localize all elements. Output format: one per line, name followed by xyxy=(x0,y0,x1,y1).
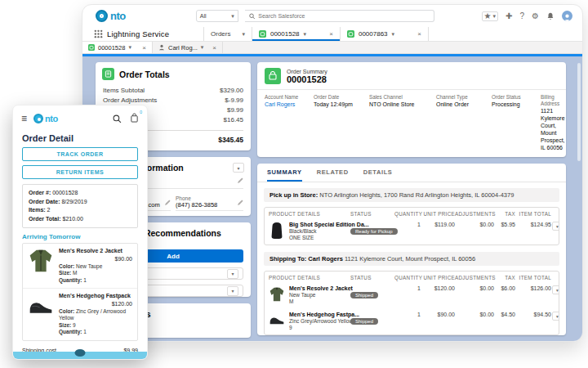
row-actions-button[interactable]: ▾ xyxy=(552,312,559,321)
nto-logo: nto xyxy=(96,10,126,22)
shipping-group-header: Shipping To: Carl Rogers 1121 Kylemore C… xyxy=(264,252,559,266)
order-record-icon xyxy=(259,30,266,38)
chevron-down-icon: ▾ xyxy=(227,286,238,296)
highlights-fields: Account NameCarl Rogers Order DateToday … xyxy=(257,90,566,157)
help-icon[interactable]: ? xyxy=(519,12,524,20)
account-link[interactable]: Carl Rogers xyxy=(265,101,309,108)
field-account-name: Account NameCarl Rogers xyxy=(265,94,309,151)
setup-gear-icon[interactable]: ⚙ xyxy=(532,12,539,20)
totals-row: Items Subtotal$329.00 xyxy=(103,86,243,96)
subtab-contact[interactable]: Carl Rog... ▾ × xyxy=(153,42,223,53)
order-totals-icon xyxy=(102,68,114,80)
row-actions-button[interactable]: ▾ xyxy=(552,285,559,294)
navigation-bar: Lightning Service Orders ▾ 00001528 ▾ × … xyxy=(82,27,582,42)
mobile-header: ≡ nto 0 xyxy=(13,105,147,130)
chevron-down-icon: ▾ xyxy=(392,31,395,38)
status-badge: Ready for Pickup xyxy=(350,228,398,235)
order-summary-highlights: Order Summary 00001528 Account NameCarl … xyxy=(257,62,566,157)
table-header: PRODUCT DETAILSSTATUS QUANTITY UNIT PRIC… xyxy=(265,208,559,218)
table-header: PRODUCT DETAILSSTATUS QUANTITY UNIT PRIC… xyxy=(265,272,559,282)
field-billing-address: Billing Address1121 Kylemore Court, Moun… xyxy=(541,94,565,151)
close-tab-icon[interactable]: × xyxy=(417,30,421,38)
object-tab-orders[interactable]: Orders ▾ xyxy=(203,27,252,41)
pickup-products-table: PRODUCT DETAILSSTATUS QUANTITY UNIT PRIC… xyxy=(264,207,559,245)
status-badge: Shipped xyxy=(350,292,378,298)
order-summary-icon xyxy=(265,68,281,84)
right-column: Order Summary 00001528 Account NameCarl … xyxy=(257,62,566,342)
chevron-down-icon: ▾ xyxy=(128,44,131,51)
table-row: Men's Hedgehog Fastpa... Zinc Grey/Arrow… xyxy=(265,308,559,334)
mobile-footer-bar xyxy=(13,352,147,359)
field-channel-type: Channel TypeOnline Order xyxy=(436,94,487,151)
subtab-order-summary[interactable]: 00001528 ▾ × xyxy=(82,42,153,53)
tab-details[interactable]: DETAILS xyxy=(363,168,393,182)
app-launcher-waffle-icon[interactable] xyxy=(94,29,103,38)
tab-related[interactable]: RELATED xyxy=(317,168,349,182)
chevron-down-icon: ▾ xyxy=(201,44,204,51)
workspace-tab-order[interactable]: 00001528 ▾ × xyxy=(252,27,341,41)
order-record-icon xyxy=(347,30,354,38)
nto-logo-icon xyxy=(33,114,43,123)
add-icon[interactable]: ✚ xyxy=(506,12,512,20)
product-image-backpack xyxy=(269,222,285,240)
arriving-tomorrow-label: Arriving Tomorrow xyxy=(22,233,138,240)
footer-notch xyxy=(75,349,86,357)
notifications-bell-icon[interactable] xyxy=(546,12,555,20)
shipping-products-table: PRODUCT DETAILSSTATUS QUANTITY UNIT PRIC… xyxy=(264,271,559,335)
edit-pencil-icon[interactable] xyxy=(238,172,243,186)
status-badge: Shipped xyxy=(350,318,378,325)
mobile-nto-logo: nto xyxy=(33,114,58,123)
app-window: nto All ▾ ★ ▾ ✚ ? ⚙ xyxy=(82,4,583,342)
product-image-jacket xyxy=(269,285,285,303)
close-tab-icon[interactable]: × xyxy=(329,30,333,38)
search-icon[interactable] xyxy=(113,114,122,123)
chevron-down-icon: ▾ xyxy=(242,31,245,38)
tab-summary[interactable]: SUMMARY xyxy=(267,168,302,182)
shopping-bag-icon xyxy=(130,113,139,123)
return-items-button[interactable]: RETURN ITEMS xyxy=(22,165,138,179)
workspace-tab-order-2[interactable]: 00007863 ▾ × xyxy=(341,27,429,41)
edit-pencil-icon[interactable] xyxy=(238,194,243,209)
mobile-items-list: Men's Resolve 2 Jacket $90.00 Color: New… xyxy=(22,243,138,341)
close-tab-icon[interactable]: × xyxy=(212,44,216,52)
favorites-star-icon: ★ xyxy=(484,12,492,20)
page: nto All ▾ ★ ▾ ✚ ? ⚙ xyxy=(0,0,588,368)
user-avatar[interactable] xyxy=(562,11,572,21)
favorites-caret-icon: ▾ xyxy=(493,13,497,20)
track-order-button[interactable]: TRACK ORDER xyxy=(22,147,138,161)
search-icon xyxy=(249,13,256,20)
edit-pencil-icon[interactable] xyxy=(165,194,171,209)
nto-logo-icon xyxy=(96,10,108,22)
nto-logo-text: nto xyxy=(110,10,126,22)
bag-count-badge: 0 xyxy=(140,110,142,114)
search-input[interactable] xyxy=(258,13,429,19)
order-summary-icon xyxy=(88,44,95,51)
shopping-bag-button[interactable]: 0 xyxy=(130,111,139,126)
scrollbar[interactable] xyxy=(577,63,581,161)
chevron-down-icon: ▾ xyxy=(227,269,238,279)
mobile-order-detail-overlay: ≡ nto 0 Order Detail TRACK ORDER RETURN … xyxy=(12,105,148,360)
order-info-box: Order #: 00001528 Order Date: 8/29/2019 … xyxy=(22,184,138,228)
header-utility-icons: ★ ▾ ✚ ? ⚙ xyxy=(482,11,572,21)
product-image-shoe xyxy=(28,299,54,316)
close-tab-icon[interactable]: × xyxy=(142,44,146,52)
chevron-down-icon: ▾ xyxy=(231,13,234,20)
field-sales-channel: Sales ChannelNTO Online Store xyxy=(369,94,431,151)
app-name[interactable]: Lightning Service xyxy=(82,27,203,41)
global-search[interactable] xyxy=(245,10,434,22)
table-row: Big Shot Special Edition Da... Black/Bla… xyxy=(265,218,559,245)
record-type-label: Order Summary xyxy=(287,69,327,74)
contact-phone-field[interactable]: Phone (847) 826-3858 xyxy=(176,195,243,211)
row-actions-button[interactable]: ▾ xyxy=(552,222,559,231)
order-detail-card: SUMMARY RELATED DETAILS Pick up in Store… xyxy=(257,164,566,335)
global-header: nto All ▾ ★ ▾ ✚ ? ⚙ xyxy=(82,5,582,27)
hamburger-menu-icon[interactable]: ≡ xyxy=(21,114,27,123)
console-content: Order Totals Items Subtotal$329.00 Order… xyxy=(82,56,582,342)
list-item: Men's Resolve 2 Jacket $90.00 Color: New… xyxy=(23,244,137,288)
chevron-down-icon: ▾ xyxy=(304,31,307,38)
record-number: 00001528 xyxy=(287,74,327,84)
search-scope-select[interactable]: All ▾ xyxy=(196,10,238,22)
favorites-button[interactable]: ★ ▾ xyxy=(482,11,498,21)
product-image-shoe xyxy=(269,315,285,326)
field-order-status: Order StatusProcessing xyxy=(492,94,536,151)
